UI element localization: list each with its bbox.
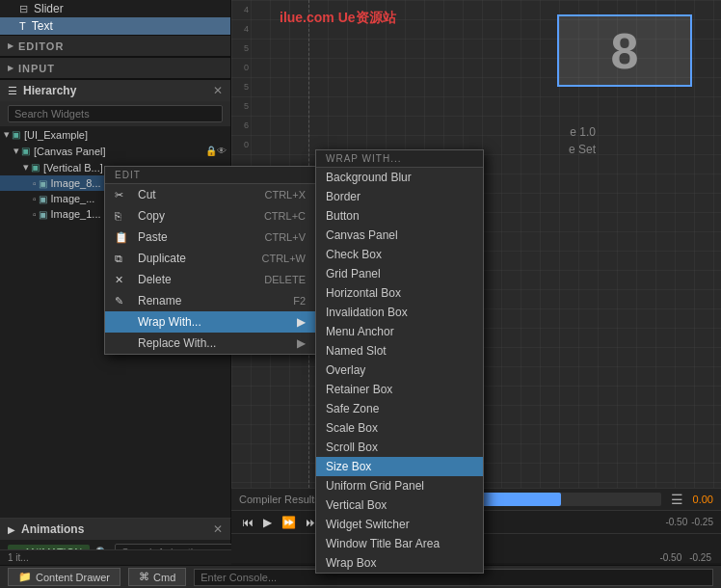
submenu-overlay[interactable]: Overlay [316,361,483,380]
copy-label: Copy [138,209,165,223]
submenu-scroll-box[interactable]: Scroll Box [316,438,483,457]
submenu-vertical-box[interactable]: Vertical Box [316,495,483,515]
transport-rewind[interactable]: ⏮ [239,515,256,530]
context-copy[interactable]: ⎘ Copy CTRL+C [105,205,315,227]
replace-label: Replace With... [138,336,216,350]
coord2: -0.25 [691,517,713,527]
submenu-scale-box[interactable]: Scale Box [316,418,483,438]
delete-label: Delete [138,273,172,286]
paste-shortcut: CTRL+V [265,231,307,243]
context-paste[interactable]: 📋 Paste CTRL+V [105,227,315,248]
rename-shortcut: F2 [293,295,306,307]
timeline-time: 0.00 [693,494,713,505]
cut-icon: ✂ [115,189,130,201]
submenu-check-box[interactable]: Check Box [316,245,483,264]
wrap-arrow-icon: ▶ [297,315,306,329]
hierarchy-header: ☰ Hierarchy ✕ [0,80,230,101]
cmd-icon: ⌘ [139,571,149,583]
context-cut[interactable]: ✂ Cut CTRL+X [105,184,315,205]
item-count: 1 it... [0,549,231,565]
tree-item[interactable]: ▾ ▣ [UI_Example] [0,126,230,143]
text-icon: T [19,20,26,32]
text-label: Text [32,19,53,33]
submenu-header: WRAP WITH... [316,150,483,168]
cmd-tab[interactable]: ⌘ Cmd [128,568,186,586]
content-drawer-label: Content Drawer [36,572,110,583]
transport-play[interactable]: ▶ [260,515,275,530]
submenu-named-slot[interactable]: Named Slot [316,341,483,361]
submenu-menu-anchor[interactable]: Menu Anchor [316,322,483,341]
input-label: INPUT [18,63,55,74]
watermark: ilue.com Ue资源站 [280,10,396,27]
slider-label: Slider [34,2,64,15]
hierarchy-close[interactable]: ✕ [213,84,223,97]
submenu-grid-panel[interactable]: Grid Panel [316,264,483,283]
wrap-with-submenu: WRAP WITH... Background Blur Border Butt… [315,149,484,574]
submenu-border[interactable]: Border [316,187,483,206]
compiler-results-label: Compiler Results [239,494,320,505]
editor-label: EDITOR [18,40,64,52]
delete-icon: ✕ [115,274,130,286]
input-section[interactable]: ▸ INPUT [0,57,230,79]
duplicate-label: Duplicate [138,252,186,265]
transport-forward[interactable]: ⏩ [279,515,299,530]
slider-icon: ⊟ [19,3,28,15]
cut-label: Cut [138,188,156,201]
cmd-label: Cmd [153,572,175,583]
context-rename[interactable]: ✎ Rename F2 [105,290,315,311]
submenu-size-box[interactable]: Size Box [316,457,483,476]
submenu-background-blur[interactable]: Background Blur [316,168,483,187]
submenu-safe-zone[interactable]: Safe Zone [316,399,483,418]
submenu-button[interactable]: Button [316,206,483,226]
animations-title: Animations [21,522,207,536]
coord3: -0.50 [659,552,681,563]
paste-label: Paste [138,230,168,244]
rename-icon: ✎ [115,295,130,307]
submenu-horizontal-box[interactable]: Horizontal Box [316,283,483,303]
widget-preview-number: 8 [611,22,639,80]
replace-arrow-icon: ▶ [297,336,306,350]
submenu-uniform-grid-panel[interactable]: Uniform Grid Panel [316,476,483,495]
editor-arrow: ▸ [8,40,14,52]
canvas-ruler-left: 4 4 5 0 5 5 6 0 [231,0,251,154]
drawer-icon: 📁 [18,571,32,583]
canvas-text-eset: e Set [569,143,596,156]
input-arrow: ▸ [8,62,14,74]
canvas-widget: 8 [557,14,692,87]
duplicate-icon: ⧉ [115,253,130,265]
filter-icon[interactable]: ☰ [671,492,683,507]
submenu-wrap-box[interactable]: Wrap Box [316,553,483,573]
context-edit-label: EDIT [105,167,315,184]
submenu-invalidation-box[interactable]: Invalidation Box [316,303,483,322]
text-item[interactable]: T Text [0,17,230,35]
delete-shortcut: DELETE [264,274,306,285]
slider-item[interactable]: ⊟ Slider [0,0,230,17]
tree-item[interactable]: ▾ ▣ [Canvas Panel] 🔒👁 [0,143,230,159]
paste-icon: 📋 [115,231,130,244]
hierarchy-search[interactable] [8,105,223,122]
context-duplicate[interactable]: ⧉ Duplicate CTRL+W [105,248,315,269]
tree-expand-icon: ▣ [12,129,20,140]
hierarchy-icon: ☰ [8,85,17,97]
wrap-label: Wrap With... [138,315,201,329]
anim-icon: ▶ [8,524,15,535]
copy-icon: ⎘ [115,210,130,222]
hierarchy-title: Hierarchy [23,84,207,97]
rename-label: Rename [138,294,181,307]
cut-shortcut: CTRL+X [265,189,307,200]
duplicate-shortcut: CTRL+W [261,253,306,264]
coord4: -0.25 [689,552,711,563]
submenu-widget-switcher[interactable]: Widget Switcher [316,515,483,534]
submenu-window-title-bar[interactable]: Window Title Bar Area [316,534,483,553]
submenu-retainer-box[interactable]: Retainer Box [316,380,483,399]
copy-shortcut: CTRL+C [264,210,306,222]
content-drawer-tab[interactable]: 📁 Content Drawer [8,568,120,586]
submenu-canvas-panel[interactable]: Canvas Panel [316,226,483,245]
context-replace-with[interactable]: Replace With... ▶ [105,333,315,354]
editor-section[interactable]: ▸ EDITOR [0,35,230,57]
context-delete[interactable]: ✕ Delete DELETE [105,269,315,290]
context-menu: EDIT ✂ Cut CTRL+X ⎘ Copy CTRL+C 📋 Paste … [104,166,316,355]
canvas-text-e10: e 1.0 [570,125,596,139]
animations-close[interactable]: ✕ [213,522,223,536]
context-wrap-with[interactable]: Wrap With... ▶ WRAP WITH... Background B… [105,311,315,333]
